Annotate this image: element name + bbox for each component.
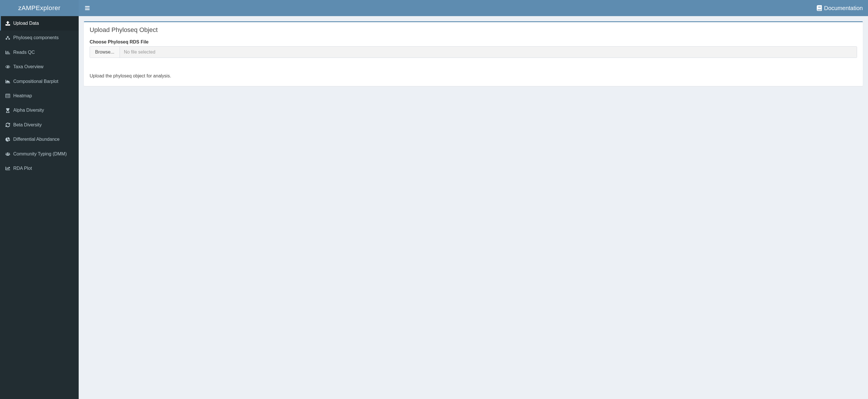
line-chart-icon bbox=[5, 166, 10, 171]
sidebar-item-beta-diversity[interactable]: Beta Diversity bbox=[0, 118, 79, 132]
bar-chart-icon bbox=[5, 50, 10, 55]
sidebar-item-upload-data[interactable]: Upload Data bbox=[0, 16, 79, 31]
grid-icon bbox=[5, 94, 10, 98]
sidebar-item-reads-qc[interactable]: Reads QC bbox=[0, 45, 79, 60]
sidebar-item-label: Reads QC bbox=[13, 49, 35, 56]
shuffle-icon bbox=[5, 123, 10, 127]
sidebar-item-taxa-overview[interactable]: Taxa Overview bbox=[0, 60, 79, 74]
content-area: Upload Phyloseq Object Choose Phyloseq R… bbox=[79, 16, 868, 399]
sidebar-item-label: Phyloseq components bbox=[13, 35, 59, 41]
sidebar-item-compositional-barplot[interactable]: Compositional Barplot bbox=[0, 74, 79, 89]
browse-button[interactable]: Browse... bbox=[90, 47, 120, 58]
hourglass-icon bbox=[5, 108, 10, 113]
documentation-link[interactable]: Documentation bbox=[816, 5, 863, 11]
sidebar-item-label: Beta Diversity bbox=[13, 122, 42, 128]
upload-icon bbox=[5, 21, 10, 26]
sidebar-item-label: Upload Data bbox=[13, 20, 39, 27]
users-icon bbox=[5, 152, 10, 156]
help-text: Upload the phyloseq object for analysis. bbox=[90, 73, 857, 78]
bars-icon bbox=[85, 5, 90, 11]
header-main: Documentation bbox=[79, 0, 868, 16]
structure-icon bbox=[5, 36, 10, 40]
app-logo: zAMPExplorer bbox=[0, 0, 79, 16]
sidebar-item-label: Differential Abundance bbox=[13, 136, 60, 142]
sidebar-item-phyloseq-components[interactable]: Phyloseq components bbox=[0, 31, 79, 45]
file-input-row: Browse... No file selected bbox=[90, 46, 857, 58]
sidebar-item-label: Taxa Overview bbox=[13, 64, 43, 70]
header: zAMPExplorer Documentation bbox=[0, 0, 868, 16]
book-icon bbox=[816, 5, 822, 11]
app-name-text: zAMPExplorer bbox=[18, 4, 61, 12]
sidebar-item-heatmap[interactable]: Heatmap bbox=[0, 89, 79, 103]
sidebar-item-label: RDA Plot bbox=[13, 165, 32, 172]
sidebar-item-label: Compositional Barplot bbox=[13, 78, 59, 85]
sidebar-item-label: Heatmap bbox=[13, 93, 32, 99]
sidebar-item-differential-abundance[interactable]: Differential Abundance bbox=[0, 132, 79, 146]
sidebar-toggle-button[interactable] bbox=[84, 5, 91, 11]
sidebar-item-label: Community Typing (DMM) bbox=[13, 151, 67, 157]
sidebar-item-alpha-diversity[interactable]: Alpha Diversity bbox=[0, 103, 79, 118]
panel-title: Upload Phyloseq Object bbox=[90, 26, 857, 34]
upload-panel: Upload Phyloseq Object Choose Phyloseq R… bbox=[84, 21, 863, 86]
sidebar-item-rda-plot[interactable]: RDA Plot bbox=[0, 161, 79, 176]
area-chart-icon bbox=[5, 79, 10, 84]
sidebar-item-label: Alpha Diversity bbox=[13, 107, 44, 113]
sidebar: Upload Data Phyloseq components Reads QC… bbox=[0, 16, 79, 399]
sidebar-item-community-typing[interactable]: Community Typing (DMM) bbox=[0, 147, 79, 161]
eye-icon bbox=[5, 65, 10, 69]
file-input-label: Choose Phyloseq RDS File bbox=[90, 39, 857, 45]
file-status-text: No file selected bbox=[120, 47, 857, 58]
pie-chart-icon bbox=[5, 137, 10, 142]
documentation-label: Documentation bbox=[824, 5, 863, 11]
